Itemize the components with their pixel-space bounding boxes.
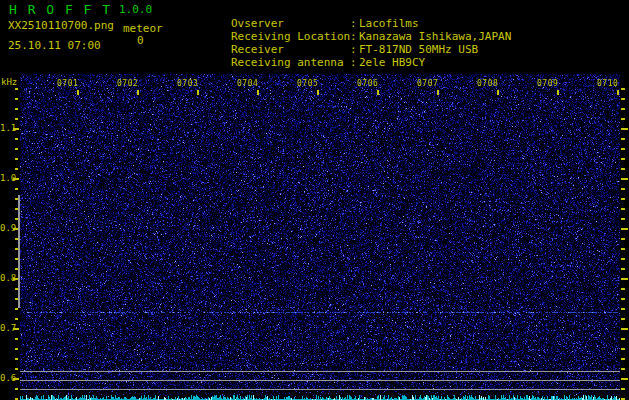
freq-tick-right <box>621 168 625 170</box>
time-tick <box>377 90 379 95</box>
freq-tick-left <box>15 388 18 390</box>
freq-tick-right <box>621 178 628 180</box>
freq-tick-left <box>15 318 18 320</box>
time-tick <box>257 90 259 95</box>
freq-tick-left <box>15 308 18 310</box>
freq-tick-left <box>15 88 18 90</box>
freq-label: 1.1 <box>0 124 13 133</box>
freq-tick-right <box>621 158 625 160</box>
freq-tick-right <box>621 378 628 380</box>
time-tick <box>437 90 439 95</box>
freq-tick-right <box>621 148 625 150</box>
freq-tick-left <box>13 178 19 180</box>
freq-label: 0.8 <box>0 274 13 283</box>
freq-label: 0.9 <box>0 224 13 233</box>
freq-tick-right <box>621 308 625 310</box>
freq-tick-right <box>621 388 625 390</box>
time-label: 0708 <box>477 80 498 88</box>
filename-label: XX2510110700.png <box>8 19 114 32</box>
freq-tick-left <box>15 168 18 170</box>
echo-count: 0 <box>137 34 144 47</box>
time-label: 0707 <box>417 80 438 88</box>
freq-tick-right <box>621 268 625 270</box>
time-tick <box>77 90 79 95</box>
time-tick <box>557 90 559 95</box>
time-tick <box>497 90 499 95</box>
freq-tick-left <box>15 98 18 100</box>
time-label: 0706 <box>357 80 378 88</box>
freq-tick-left <box>15 358 18 360</box>
freq-tick-right <box>621 348 625 350</box>
freq-tick-left <box>13 328 19 330</box>
freq-tick-left <box>15 138 18 140</box>
freq-tick-right <box>621 338 625 340</box>
left-edge-mark <box>18 195 20 308</box>
freq-tick-right <box>621 238 625 240</box>
freq-tick-right <box>621 228 628 230</box>
freq-label: 1.0 <box>0 174 13 183</box>
freq-tick-left <box>15 348 18 350</box>
freq-tick-right <box>621 198 625 200</box>
freq-tick-left <box>13 378 19 380</box>
time-tick <box>137 90 139 95</box>
freq-tick-right <box>621 88 625 90</box>
freq-tick-right <box>621 108 625 110</box>
freq-tick-left <box>15 148 18 150</box>
time-tick <box>317 90 319 95</box>
info-row-separator: : <box>350 56 359 69</box>
hrofft-screen: H R O F F T 1.0.0 XX2510110700.png meteo… <box>0 0 629 400</box>
freq-tick-left <box>15 368 18 370</box>
freq-tick-right <box>621 98 625 100</box>
freq-tick-right <box>621 328 628 330</box>
freq-tick-left <box>15 108 18 110</box>
app-version: 1.0.0 <box>119 3 152 16</box>
time-label: 0705 <box>297 80 318 88</box>
freq-tick-right <box>621 118 625 120</box>
freq-tick-right <box>621 188 625 190</box>
freq-tick-left <box>15 158 18 160</box>
time-label: 0701 <box>57 80 78 88</box>
freq-tick-left <box>15 118 18 120</box>
time-label: 0709 <box>537 80 558 88</box>
freq-label: 0.6 <box>0 374 13 383</box>
info-row-label: Receiving antenna <box>231 56 350 69</box>
freq-tick-right <box>621 278 628 280</box>
freq-tick-right <box>621 208 625 210</box>
freq-label: 0.7 <box>0 324 13 333</box>
freq-tick-left <box>15 338 18 340</box>
time-label: 0704 <box>237 80 258 88</box>
app-title: H R O F F T <box>9 2 112 17</box>
time-label: 0710 <box>597 80 618 88</box>
freq-tick-right <box>621 218 625 220</box>
freq-tick-left <box>13 128 19 130</box>
time-label: 0703 <box>177 80 198 88</box>
time-tick <box>197 90 199 95</box>
freq-tick-left <box>15 188 18 190</box>
freq-tick-right <box>621 318 625 320</box>
freq-tick-right <box>621 258 625 260</box>
freq-tick-right <box>621 368 625 370</box>
freq-axis-unit: kHz <box>1 77 17 87</box>
time-tick <box>617 90 619 95</box>
freq-tick-right <box>621 288 625 290</box>
freq-tick-right <box>621 128 628 130</box>
freq-tick-right <box>621 248 625 250</box>
spectrogram-canvas <box>20 74 620 400</box>
freq-tick-right <box>621 358 625 360</box>
info-row-value: 2ele HB9CY <box>359 56 425 69</box>
timestamp-label: 25.10.11 07:00 <box>8 39 101 52</box>
time-label: 0702 <box>117 80 138 88</box>
freq-tick-right <box>621 138 625 140</box>
freq-tick-right <box>621 298 625 300</box>
